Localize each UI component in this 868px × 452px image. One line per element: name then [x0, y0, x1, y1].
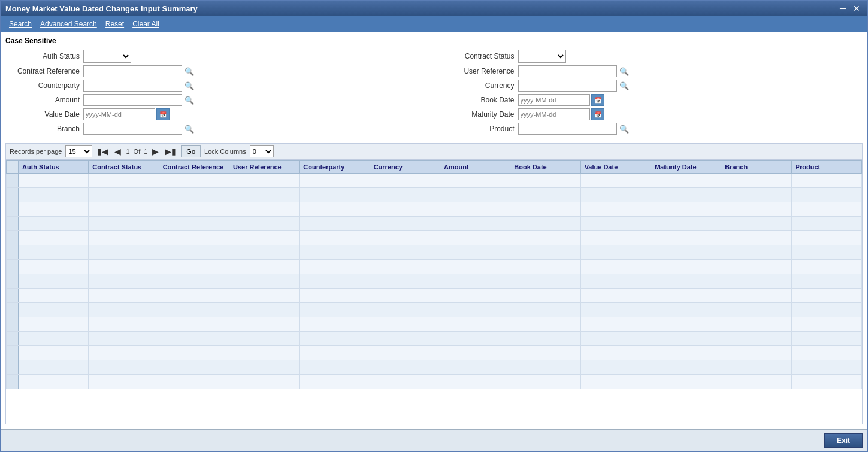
product-label: Product	[440, 125, 518, 133]
maturity-date-row: Maturity Date 📅	[440, 108, 863, 120]
amount-row: Amount 🔍	[5, 94, 428, 106]
total-pages-display: 1	[144, 148, 147, 155]
table-row	[7, 188, 862, 202]
table-row	[7, 303, 862, 317]
col-counterparty: Counterparty	[300, 161, 370, 174]
table-row	[7, 260, 862, 274]
value-date-row: Value Date 📅	[5, 108, 428, 120]
table-row	[7, 231, 862, 245]
value-date-input[interactable]	[83, 108, 155, 120]
user-reference-input[interactable]	[518, 65, 617, 77]
lock-columns-select[interactable]: 0 1 2	[250, 145, 274, 157]
currency-input[interactable]	[518, 80, 617, 92]
go-button[interactable]: Go	[181, 145, 201, 157]
title-bar: Money Market Value Dated Changes Input S…	[1, 1, 867, 16]
table-row	[7, 217, 862, 231]
amount-search-icon[interactable]: 🔍	[183, 96, 195, 105]
right-form-column: Contract Status User Reference 🔍 Currenc…	[440, 50, 863, 137]
col-currency: Currency	[370, 161, 440, 174]
auth-status-select[interactable]	[83, 50, 131, 63]
counterparty-input[interactable]	[83, 80, 182, 92]
search-form: Auth Status Contract Reference 🔍 Counter…	[5, 50, 863, 137]
reset-button[interactable]: Reset	[102, 19, 128, 29]
user-reference-search-icon[interactable]: 🔍	[618, 67, 630, 76]
table-row	[7, 289, 862, 303]
window-title: Money Market Value Dated Changes Input S…	[5, 4, 198, 13]
col-product: Product	[791, 161, 861, 174]
branch-search-icon[interactable]: 🔍	[183, 125, 195, 134]
branch-label: Branch	[5, 125, 83, 133]
value-date-label: Value Date	[5, 110, 83, 119]
contract-status-select[interactable]	[518, 50, 566, 63]
table-row	[7, 317, 862, 332]
branch-row: Branch 🔍	[5, 123, 428, 135]
next-page-button[interactable]: ▶	[151, 147, 160, 156]
exit-button[interactable]: Exit	[824, 433, 863, 448]
left-form-column: Auth Status Contract Reference 🔍 Counter…	[5, 50, 428, 137]
contract-reference-search-icon[interactable]: 🔍	[183, 67, 195, 76]
col-amount: Amount	[440, 161, 510, 174]
col-user-reference: User Reference	[229, 161, 299, 174]
case-sensitive-label: Case Sensitive	[5, 37, 863, 45]
amount-label: Amount	[5, 96, 83, 104]
table-row	[7, 375, 862, 389]
main-window: Money Market Value Dated Changes Input S…	[0, 0, 868, 452]
records-per-page-label: Records per page	[10, 148, 62, 155]
user-reference-row: User Reference 🔍	[440, 65, 863, 77]
results-table: Auth Status Contract Status Contract Ref…	[6, 160, 862, 389]
first-page-button[interactable]: ▮◀	[96, 147, 110, 156]
book-date-row: Book Date 📅	[440, 94, 863, 106]
table-row	[7, 332, 862, 346]
auth-status-label: Auth Status	[5, 52, 83, 60]
col-contract-reference: Contract Reference	[159, 161, 229, 174]
minimize-button[interactable]: ─	[837, 4, 848, 13]
branch-input[interactable]	[83, 123, 182, 135]
counterparty-search-icon[interactable]: 🔍	[183, 81, 195, 90]
book-date-calendar-icon[interactable]: 📅	[591, 94, 604, 106]
advanced-search-button[interactable]: Advanced Search	[37, 19, 101, 29]
currency-row: Currency 🔍	[440, 80, 863, 92]
product-search-icon[interactable]: 🔍	[618, 125, 630, 134]
maturity-date-calendar-icon[interactable]: 📅	[591, 108, 604, 120]
col-maturity-date: Maturity Date	[651, 161, 721, 174]
amount-input[interactable]	[83, 94, 182, 106]
counterparty-row: Counterparty 🔍	[5, 80, 428, 92]
currency-search-icon[interactable]: 🔍	[618, 81, 630, 90]
row-selector-header	[7, 161, 19, 174]
book-date-input[interactable]	[518, 94, 590, 106]
value-date-calendar-icon[interactable]: 📅	[156, 108, 170, 120]
page-size-select[interactable]: 15 25 50	[65, 145, 92, 157]
lock-columns-label: Lock Columns	[204, 148, 246, 155]
table-row	[7, 202, 862, 217]
title-bar-buttons: ─ ✕	[837, 4, 863, 13]
counterparty-label: Counterparty	[5, 81, 83, 90]
product-row: Product 🔍	[440, 123, 863, 135]
col-contract-status: Contract Status	[89, 161, 159, 174]
maturity-date-label: Maturity Date	[440, 110, 518, 119]
contract-status-label: Contract Status	[440, 52, 518, 60]
table-row	[7, 245, 862, 260]
prev-page-button[interactable]: ◀	[113, 147, 122, 156]
auth-status-row: Auth Status	[5, 50, 428, 63]
clear-all-button[interactable]: Clear All	[129, 19, 163, 29]
table-header-row: Auth Status Contract Status Contract Ref…	[7, 161, 862, 174]
product-input[interactable]	[518, 123, 617, 135]
col-auth-status: Auth Status	[19, 161, 89, 174]
close-button[interactable]: ✕	[851, 4, 863, 13]
maturity-date-input[interactable]	[518, 108, 590, 120]
col-value-date: Value Date	[580, 161, 651, 174]
search-button[interactable]: Search	[5, 19, 35, 29]
last-page-button[interactable]: ▶▮	[164, 147, 177, 156]
contract-reference-label: Contract Reference	[5, 67, 83, 75]
footer: Exit	[1, 429, 867, 451]
table-row	[7, 274, 862, 289]
col-branch: Branch	[721, 161, 791, 174]
pagination-bar: Records per page 15 25 50 ▮◀ ◀ 1 Of 1 ▶ …	[5, 143, 863, 160]
contract-reference-input[interactable]	[83, 65, 182, 77]
user-reference-label: User Reference	[440, 67, 518, 75]
currency-label: Currency	[440, 81, 518, 90]
current-page-display: 1	[126, 148, 129, 155]
col-book-date: Book Date	[510, 161, 580, 174]
table-row	[7, 346, 862, 360]
results-table-container: Auth Status Contract Status Contract Ref…	[5, 160, 863, 424]
